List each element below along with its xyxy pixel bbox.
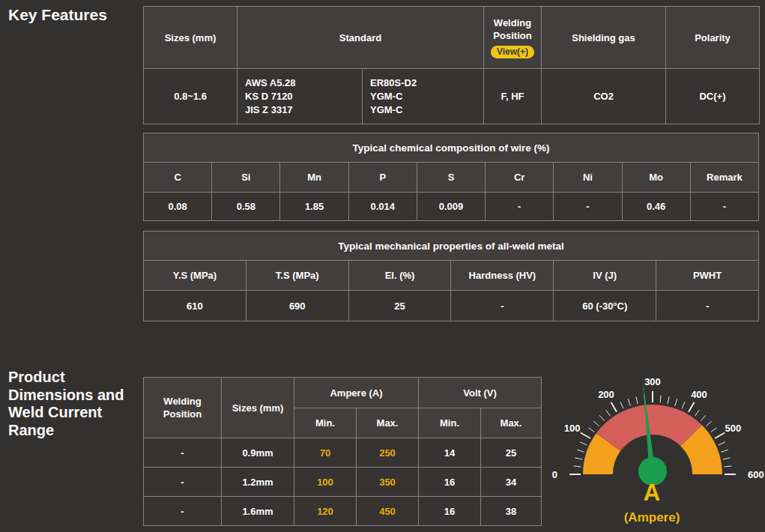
weld-current-table: Welding Position Sizes (mm) Ampere (A) V… xyxy=(143,377,542,526)
spec-welding-position-value: F, HF xyxy=(484,69,542,124)
mech-value-ys: 610 xyxy=(144,291,247,321)
spec-standard-grades: ER80S-D2 YGM-C YGM-C xyxy=(363,69,484,124)
chem-header-s: S xyxy=(417,163,485,193)
standard-grade-line: ER80S-D2 xyxy=(370,76,483,90)
current-header-volt: Volt (V) xyxy=(419,378,542,408)
cell-amp-max: 350 xyxy=(357,468,419,497)
cell-volt-max: 25 xyxy=(481,438,542,468)
svg-text:200: 200 xyxy=(598,389,614,400)
mech-value-pwht: - xyxy=(656,291,759,321)
view-plus-button[interactable]: View(+) xyxy=(491,46,534,58)
cell-welding-position: - xyxy=(144,497,222,526)
cell-welding-position: - xyxy=(144,438,222,468)
current-header-welding-position: Welding Position xyxy=(144,378,222,438)
svg-text:500: 500 xyxy=(725,423,742,434)
mech-header-ts: T.S (MPa) xyxy=(246,261,348,291)
chem-value-mo: 0.46 xyxy=(622,193,690,221)
welding-position-label: Welding Position xyxy=(159,395,207,420)
spec-header-polarity: Polarity xyxy=(666,7,760,69)
mech-value-ts: 690 xyxy=(246,291,348,321)
cell-amp-max: 250 xyxy=(357,438,419,468)
mechanical-properties-table: Typical mechanical properties of all-wel… xyxy=(143,231,759,321)
current-table-row: - 0.9mm 70 250 14 25 xyxy=(144,438,542,468)
spec-header-welding-position: Welding Position View(+) xyxy=(484,7,542,69)
cell-volt-min: 14 xyxy=(419,438,481,468)
chem-header-mo: Mo xyxy=(622,163,690,193)
standard-spec-line: AWS A5.28 xyxy=(245,76,361,90)
chem-value-s: 0.009 xyxy=(417,193,485,221)
spec-header-standard: Standard xyxy=(238,7,484,69)
standard-spec-line: JIS Z 3317 xyxy=(245,103,361,117)
cell-volt-min: 16 xyxy=(419,497,481,526)
chem-header-mn: Mn xyxy=(280,163,348,193)
spec-header-sizes: Sizes (mm) xyxy=(144,7,238,69)
svg-text:400: 400 xyxy=(691,389,707,400)
spec-header-shielding-gas: Shielding gas xyxy=(542,7,666,69)
current-table-row: - 1.2mm 100 350 16 34 xyxy=(144,468,542,497)
chem-table-title: Typical chemical composition of wire (%) xyxy=(144,133,759,163)
chem-value-cr: - xyxy=(486,193,554,221)
chem-value-mn: 1.85 xyxy=(280,193,348,221)
ampere-min-label: Min. xyxy=(294,408,357,438)
cell-amp-max: 450 xyxy=(357,497,419,526)
key-features-title: Key Features xyxy=(8,6,107,25)
standard-spec-line: KS D 7120 xyxy=(245,90,361,103)
standard-grade-line: YGM-C xyxy=(370,90,483,103)
chem-value-p: 0.014 xyxy=(348,193,417,221)
cell-amp-min: 120 xyxy=(294,497,357,526)
cell-volt-max: 38 xyxy=(481,497,542,526)
volt-max-label: Max. xyxy=(481,408,542,438)
cell-size: 0.9mm xyxy=(222,438,294,468)
spec-standard-specs: AWS A5.28 KS D 7120 JIS Z 3317 xyxy=(238,69,363,124)
chem-header-p: P xyxy=(348,163,417,193)
cell-volt-min: 16 xyxy=(419,468,481,497)
chem-value-si: 0.58 xyxy=(212,193,280,221)
chem-header-si: Si xyxy=(212,163,280,193)
spec-polarity-value: DC(+) xyxy=(666,69,760,124)
current-header-ampere: Ampere (A) xyxy=(294,378,419,408)
mech-header-ys: Y.S (MPa) xyxy=(144,261,247,291)
cell-amp-min: 100 xyxy=(294,468,357,497)
chem-header-cr: Cr xyxy=(486,163,554,193)
spec-sizes-value: 0.8~1.6 xyxy=(144,69,238,124)
svg-text:0: 0 xyxy=(552,469,557,480)
mech-value-iv: 60 (-30°C) xyxy=(554,291,656,321)
current-table-row: - 1.6mm 120 450 16 38 xyxy=(144,497,542,526)
gauge-unit-label: A xyxy=(543,480,761,507)
current-header-sizes: Sizes (mm) xyxy=(222,378,294,438)
svg-text:600: 600 xyxy=(748,469,764,480)
chem-header-remark: Remark xyxy=(690,163,758,193)
ampere-gauge: 0100200300400500600 A (Ampere) xyxy=(543,366,765,532)
mech-value-hardness: - xyxy=(451,291,554,321)
cell-volt-max: 34 xyxy=(481,468,542,497)
welding-position-label: Welding Position xyxy=(489,16,536,42)
chemical-composition-table: Typical chemical composition of wire (%)… xyxy=(143,133,759,221)
cell-size: 1.6mm xyxy=(222,497,294,526)
volt-min-label: Min. xyxy=(419,408,481,438)
standard-grade-line: YGM-C xyxy=(370,103,483,117)
gauge-chart: 0100200300400500600 xyxy=(543,366,765,532)
chem-header-c: C xyxy=(144,163,212,193)
mech-header-iv: IV (J) xyxy=(554,261,656,291)
svg-text:100: 100 xyxy=(564,423,581,434)
svg-text:300: 300 xyxy=(644,376,661,387)
chem-value-c: 0.08 xyxy=(144,193,212,221)
mech-header-el: El. (%) xyxy=(348,261,451,291)
product-dimensions-title: Product Dimensions and Weld Current Rang… xyxy=(8,369,132,439)
mech-value-el: 25 xyxy=(348,291,451,321)
spec-row: 0.8~1.6 AWS A5.28 KS D 7120 JIS Z 3317 E… xyxy=(144,69,760,124)
chem-header-ni: Ni xyxy=(554,163,622,193)
ampere-max-label: Max. xyxy=(357,408,419,438)
spec-shielding-gas-value: CO2 xyxy=(542,69,666,124)
mech-header-pwht: PWHT xyxy=(656,261,759,291)
gauge-unit-caption: (Ampere) xyxy=(543,510,761,525)
cell-welding-position: - xyxy=(144,468,222,497)
cell-size: 1.2mm xyxy=(222,468,294,497)
mech-header-hardness: Hardness (HV) xyxy=(451,261,554,291)
chem-value-remark: - xyxy=(690,193,758,221)
chem-value-ni: - xyxy=(554,193,622,221)
cell-amp-min: 70 xyxy=(294,438,357,468)
spec-table: Sizes (mm) Standard Welding Position Vie… xyxy=(143,6,760,124)
mech-table-title: Typical mechanical properties of all-wel… xyxy=(144,232,759,261)
